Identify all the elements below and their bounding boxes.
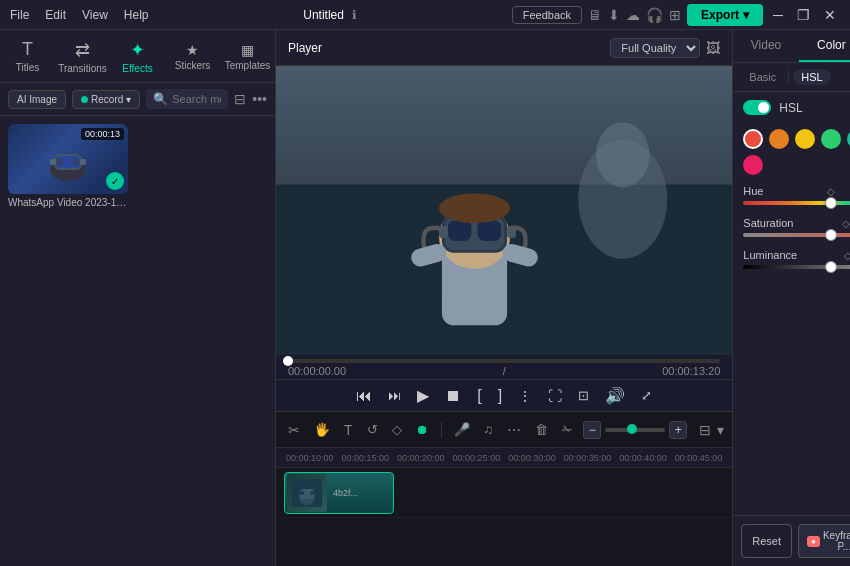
split-button[interactable]: ⋮ (518, 388, 532, 404)
bracket-out-button[interactable]: ] (498, 387, 502, 405)
track-clip[interactable]: 4b2f... (284, 472, 394, 514)
filter-icon[interactable]: ⊟ (234, 91, 246, 107)
clip-label: 4b2f... (329, 486, 362, 500)
rotate-tool[interactable]: ↺ (363, 420, 382, 439)
zoom-slider[interactable] (605, 428, 665, 432)
image-settings-icon[interactable]: 🖼 (706, 40, 720, 56)
color-subtabs: Basic HSL ⊟ ▾ (733, 63, 850, 92)
hsl-toggle[interactable] (743, 100, 771, 115)
hand-tool[interactable]: 🖐 (310, 420, 334, 439)
keyframe-button[interactable]: ● Keyframe P... (798, 524, 850, 558)
ruler-mark: 00:00:15:00 (342, 453, 390, 463)
saturation-thumb[interactable] (825, 229, 837, 241)
media-label: WhatsApp Video 2023-10-05... (8, 197, 128, 208)
color-green[interactable] (821, 129, 841, 149)
mic-tool[interactable]: 🎤 (450, 420, 474, 439)
hue-thumb[interactable] (825, 197, 837, 209)
export-button[interactable]: Export ▾ (687, 4, 763, 26)
menu-view[interactable]: View (82, 8, 108, 22)
search-input-wrap[interactable]: 🔍 (146, 89, 228, 109)
fullscreen-button[interactable]: ⤢ (641, 388, 652, 403)
svg-rect-17 (448, 220, 472, 241)
delete-tool[interactable]: 🗑 (531, 420, 552, 439)
search-input[interactable] (172, 93, 221, 105)
svg-point-27 (300, 491, 304, 495)
saturation-diamond[interactable]: ◇ (842, 218, 850, 229)
tab-color[interactable]: Color (799, 30, 850, 62)
track-manage-button[interactable]: ⊟ (699, 422, 711, 438)
timeline-ruler: 00:00:10:00 00:00:15:00 00:00:20:00 00:0… (276, 448, 732, 468)
more-tools[interactable]: ⋯ (503, 420, 525, 440)
ai-image-button[interactable]: AI Image (8, 90, 66, 109)
tool-effects[interactable]: ✦ Effects (110, 34, 165, 78)
step-back-button[interactable]: ⏭ (388, 388, 401, 403)
rewind-button[interactable]: ⏮ (356, 387, 372, 405)
stop-button[interactable]: ⏹ (445, 387, 461, 405)
expand-icon[interactable]: ▾ (717, 422, 724, 438)
luminance-diamond[interactable]: ◇ (844, 250, 850, 261)
menu-help[interactable]: Help (124, 8, 149, 22)
video-player (276, 66, 732, 355)
subtab-basic[interactable]: Basic (741, 69, 784, 85)
luminance-thumb[interactable] (825, 261, 837, 273)
zoom-minus-button[interactable]: − (583, 421, 601, 439)
player-bar: Player Full Quality 🖼 (276, 30, 732, 66)
cloud-icon: ☁ (626, 7, 640, 23)
media-duration: 00:00:13 (81, 128, 124, 140)
keyframe-tool[interactable]: ◇ (388, 420, 406, 439)
picture-overlay-button[interactable]: ⛶ (548, 388, 562, 404)
hue-label: Hue (743, 185, 763, 197)
volume-button[interactable]: 🔊 (605, 386, 625, 405)
split-tool[interactable]: ✂ (284, 420, 304, 440)
headset-icon: 🎧 (646, 7, 663, 23)
saturation-label: Saturation (743, 217, 793, 229)
luminance-track[interactable] (743, 265, 850, 269)
ruler-mark: 00:00:20:00 (397, 453, 445, 463)
record-button[interactable]: Record ▾ (72, 90, 140, 109)
tool-stickers[interactable]: ★ Stickers (165, 34, 220, 78)
progress-bar[interactable] (288, 359, 720, 363)
cut-tool[interactable]: ✁ (558, 420, 577, 439)
center-area: Player Full Quality 🖼 (276, 30, 732, 566)
tool-titles[interactable]: T Titles (0, 34, 55, 78)
color-pink[interactable] (743, 155, 763, 175)
color-orange[interactable] (769, 129, 789, 149)
color-red[interactable] (743, 129, 763, 149)
feedback-button[interactable]: Feedback (512, 6, 582, 24)
stickers-label: Stickers (175, 60, 211, 71)
right-panel: Video Color Speed Basic HSL ⊟ ▾ HSL ◇ (732, 30, 850, 566)
tab-video[interactable]: Video (733, 30, 798, 62)
minimize-button[interactable]: ─ (769, 7, 787, 23)
close-button[interactable]: ✕ (820, 7, 840, 23)
color-yellow[interactable] (795, 129, 815, 149)
audio-tool[interactable]: ⏺ (412, 420, 433, 439)
progress-thumb[interactable] (283, 356, 293, 366)
time-display: 00:00:00.00 / 00:00:13:20 (288, 365, 720, 377)
reset-button[interactable]: Reset (741, 524, 792, 558)
saturation-track[interactable] (743, 233, 850, 237)
panel-tabs: Video Color Speed (733, 30, 850, 63)
menu-edit[interactable]: Edit (45, 8, 66, 22)
more-icon[interactable]: ••• (252, 91, 267, 107)
hue-track[interactable] (743, 201, 850, 205)
text-tool[interactable]: T (340, 420, 357, 440)
subtab-hsl[interactable]: HSL (793, 69, 830, 85)
maximize-button[interactable]: ❐ (793, 7, 814, 23)
info-icon: ℹ (352, 8, 357, 22)
zoom-plus-button[interactable]: + (669, 421, 687, 439)
tool-transitions[interactable]: ⇄ Transitions (55, 34, 110, 78)
svg-point-11 (596, 122, 649, 187)
bracket-in-button[interactable]: [ (477, 387, 481, 405)
crop-button[interactable]: ⊡ (578, 388, 589, 403)
audio2-tool[interactable]: ♫ (480, 420, 498, 439)
hue-diamond[interactable]: ◇ (827, 186, 835, 197)
ruler-marks-container: 00:00:10:00 00:00:15:00 00:00:20:00 00:0… (284, 453, 724, 463)
menu-file[interactable]: File (10, 8, 29, 22)
hue-slider-row: Hue ◇ 0.00 (743, 185, 850, 205)
list-item[interactable]: 00:00:13 ✓ WhatsApp Video 2023-10-05... (8, 124, 128, 208)
record-label: Record (91, 94, 123, 105)
tool-templates[interactable]: ▦ Templates (220, 34, 275, 78)
play-button[interactable]: ▶ (417, 386, 429, 405)
stickers-icon: ★ (186, 42, 199, 58)
quality-select[interactable]: Full Quality (610, 38, 700, 58)
